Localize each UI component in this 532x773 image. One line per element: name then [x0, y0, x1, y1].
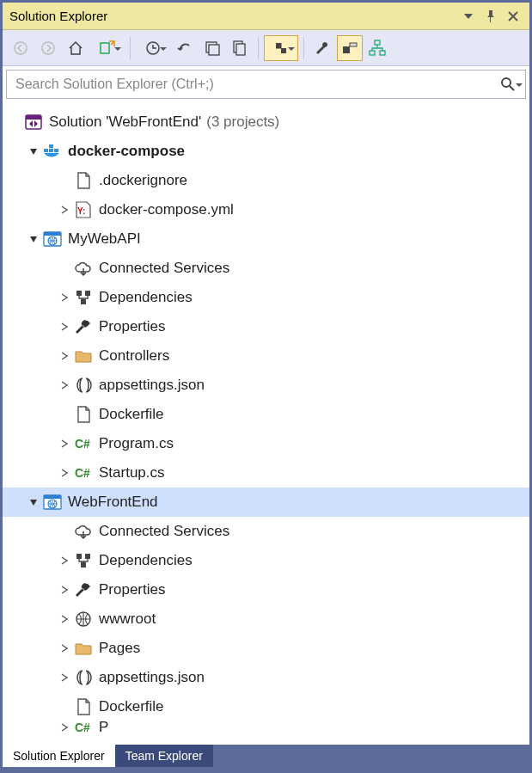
svg-rect-5	[209, 45, 219, 55]
bottom-tabs: Solution Explorer Team Explorer	[3, 745, 529, 770]
svg-text:C#: C#	[75, 437, 90, 451]
tree-label: Dockerfile	[99, 406, 164, 423]
tree-item-startup-cs[interactable]: C# Startup.cs	[3, 458, 529, 488]
show-all-files-button[interactable]	[227, 35, 253, 61]
web-project-icon	[42, 492, 63, 512]
chevron-right-icon	[58, 721, 71, 733]
tree-label: Connected Services	[99, 523, 229, 540]
tab-team-explorer[interactable]: Team Explorer	[115, 745, 213, 767]
csharp-file-icon: C#	[73, 721, 94, 733]
cloud-icon	[73, 258, 94, 279]
tree-item-wwwroot[interactable]: wwwroot	[3, 604, 529, 634]
tree-item-appsettings-2[interactable]: appsettings.json	[3, 663, 529, 692]
tree-item-dependencies[interactable]: Dependencies	[3, 283, 529, 312]
tree-label: appsettings.json	[99, 377, 205, 394]
search-input[interactable]	[7, 77, 491, 92]
svg-rect-22	[44, 232, 61, 236]
preview-button[interactable]	[264, 35, 298, 61]
chevron-right-icon	[58, 554, 71, 567]
back-button[interactable]	[8, 35, 34, 61]
view-class-diagram-button[interactable]	[364, 35, 390, 61]
tree-item-controllers[interactable]: Controllers	[3, 341, 529, 371]
svg-rect-10	[375, 40, 380, 45]
svg-rect-32	[76, 554, 82, 559]
panel-title: Solution Explorer	[9, 9, 456, 23]
svg-rect-25	[85, 291, 90, 296]
svg-rect-7	[236, 44, 245, 55]
tree-item-appsettings[interactable]: appsettings.json	[3, 371, 529, 400]
svg-point-13	[502, 78, 511, 87]
separator	[303, 37, 304, 59]
svg-rect-9	[350, 43, 357, 46]
chevron-right-icon	[58, 203, 71, 217]
solution-node[interactable]: Solution 'WebFrontEnd' (3 projects)	[3, 107, 529, 137]
tree-label: Connected Services	[99, 260, 229, 277]
tree-item-properties-2[interactable]: Properties	[3, 575, 529, 604]
tab-solution-explorer[interactable]: Solution Explorer	[3, 745, 115, 767]
properties-button[interactable]	[309, 35, 335, 61]
svg-rect-24	[76, 291, 82, 296]
tree-label: wwwroot	[99, 610, 156, 628]
tree-item-dockerignore[interactable]: .dockerignore	[3, 166, 529, 195]
tree-label: .dockerignore	[99, 172, 187, 189]
tree-label: MyWebAPI	[68, 230, 141, 248]
chevron-right-icon	[58, 612, 71, 626]
tree-label: Properties	[99, 318, 165, 335]
tree-label: Program.cs	[99, 435, 174, 452]
search-box	[6, 70, 526, 99]
chevron-down-icon	[27, 495, 40, 509]
tree-view[interactable]: Solution 'WebFrontEnd' (3 projects) dock…	[3, 102, 529, 745]
svg-rect-16	[44, 149, 48, 152]
tree-label: docker-compose	[68, 143, 185, 160]
tree-item-dependencies-2[interactable]: Dependencies	[3, 546, 529, 575]
svg-rect-18	[49, 144, 53, 148]
pending-changes-button[interactable]	[136, 35, 170, 61]
chevron-right-icon	[58, 291, 71, 304]
csharp-file-icon: C#	[73, 463, 94, 483]
separator	[130, 37, 131, 59]
svg-rect-12	[380, 51, 385, 55]
tree-item-mywebapi[interactable]: MyWebAPI	[3, 224, 529, 254]
folder-icon	[73, 638, 94, 659]
svg-rect-33	[85, 554, 90, 559]
svg-rect-30	[44, 495, 61, 499]
svg-rect-26	[81, 299, 86, 304]
pin-button[interactable]	[481, 7, 500, 26]
view-button[interactable]	[337, 35, 363, 61]
svg-rect-8	[343, 46, 350, 53]
tree-item-properties[interactable]: Properties	[3, 312, 529, 341]
scope-button[interactable]	[90, 35, 125, 61]
tree-item-partial[interactable]: C# P	[3, 721, 529, 733]
tree-item-program-cs[interactable]: C# Program.cs	[3, 429, 529, 458]
globe-icon	[73, 609, 94, 629]
file-icon	[73, 170, 94, 191]
tree-item-docker-compose-yml[interactable]: Y: docker-compose.yml	[3, 195, 529, 224]
svg-text:Y:: Y:	[77, 206, 85, 216]
tree-item-connected-services[interactable]: Connected Services	[3, 254, 529, 283]
tree-item-connected-services-2[interactable]: Connected Services	[3, 517, 529, 546]
separator	[258, 37, 259, 59]
search-button[interactable]	[491, 71, 525, 98]
tree-item-webfrontend[interactable]: WebFrontEnd	[3, 488, 529, 517]
dependencies-icon	[73, 287, 94, 308]
tree-label: Properties	[99, 581, 165, 598]
sync-button[interactable]	[172, 35, 198, 61]
tree-item-pages[interactable]: Pages	[3, 634, 529, 663]
chevron-right-icon	[58, 437, 71, 451]
tree-label: P	[99, 721, 108, 733]
wrench-icon	[73, 316, 94, 337]
forward-button[interactable]	[35, 35, 61, 61]
toolbar	[3, 30, 529, 66]
chevron-right-icon	[58, 641, 71, 655]
tree-item-docker-compose[interactable]: docker-compose	[3, 137, 529, 166]
tree-label: Dependencies	[99, 552, 193, 569]
collapse-all-button[interactable]	[199, 35, 225, 61]
window-position-button[interactable]	[459, 7, 478, 26]
docker-project-icon	[42, 141, 63, 162]
close-button[interactable]	[504, 7, 523, 26]
tree-item-dockerfile-2[interactable]: Dockerfile	[3, 692, 529, 721]
csharp-file-icon: C#	[73, 433, 94, 454]
tree-item-dockerfile[interactable]: Dockerfile	[3, 400, 529, 429]
tree-label: docker-compose.yml	[99, 201, 234, 218]
home-button[interactable]	[63, 35, 89, 61]
